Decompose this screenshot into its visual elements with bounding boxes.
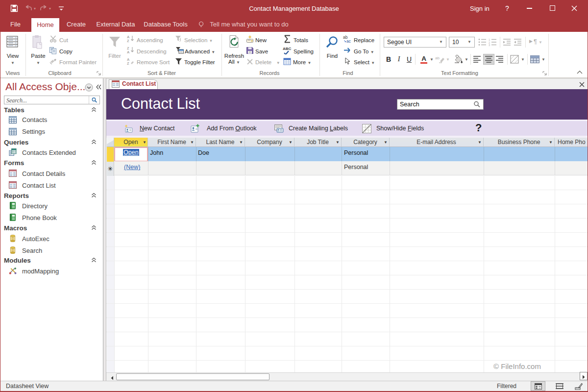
svg-text:ABC: ABC xyxy=(283,47,292,51)
svg-text:A: A xyxy=(127,50,130,54)
svg-text:Z: Z xyxy=(127,39,129,43)
svg-text:Z: Z xyxy=(127,61,129,65)
svg-text:3: 3 xyxy=(489,44,490,46)
svg-text:ac: ac xyxy=(346,39,351,43)
svg-text:ab: ab xyxy=(435,56,440,60)
